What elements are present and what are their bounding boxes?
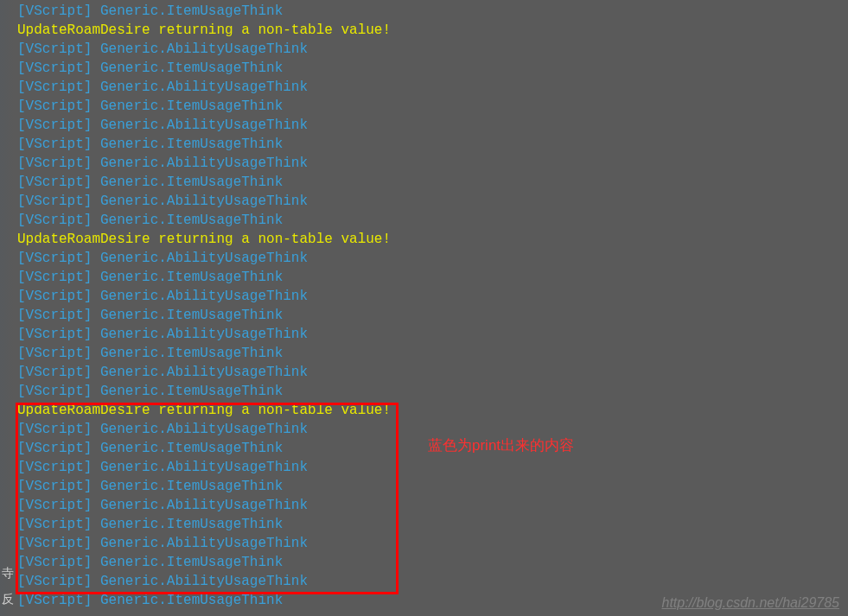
vscript-tag: [VScript] [17,382,100,401]
vscript-message: Generic.ItemUsageThink [100,2,283,21]
vscript-tag: [VScript] [17,344,100,363]
vscript-tag: [VScript] [17,287,100,306]
log-vscript-line: [VScript] Generic.ItemUsageThink [17,211,848,230]
vscript-tag: [VScript] [17,173,100,192]
vscript-message: Generic.ItemUsageThink [100,306,283,325]
log-vscript-line: [VScript] Generic.ItemUsageThink [17,382,848,401]
vscript-tag: [VScript] [17,515,100,534]
vscript-message: Generic.ItemUsageThink [100,268,283,287]
vscript-message: Generic.AbilityUsageThink [100,496,308,515]
log-vscript-line: [VScript] Generic.AbilityUsageThink [17,496,848,515]
vscript-tag: [VScript] [17,363,100,382]
vscript-tag: [VScript] [17,97,100,116]
vscript-tag: [VScript] [17,477,100,496]
log-vscript-line: [VScript] Generic.AbilityUsageThink [17,40,848,59]
vscript-message: Generic.ItemUsageThink [100,515,283,534]
left-edge-gradient [0,0,14,616]
log-vscript-line: [VScript] Generic.ItemUsageThink [17,477,848,496]
vscript-message: Generic.ItemUsageThink [100,135,283,154]
edge-hint-char-1: 寺 [2,566,14,581]
console-output: [VScript] Generic.ItemUsageThinkUpdateRo… [0,0,848,610]
vscript-tag: [VScript] [17,496,100,515]
log-vscript-line: [VScript] Generic.ItemUsageThink [17,173,848,192]
vscript-tag: [VScript] [17,40,100,59]
vscript-tag: [VScript] [17,458,100,477]
log-warning-line: UpdateRoamDesire returning a non-table v… [17,230,848,249]
log-vscript-line: [VScript] Generic.ItemUsageThink [17,97,848,116]
log-vscript-line: [VScript] Generic.AbilityUsageThink [17,78,848,97]
log-warning-line: UpdateRoamDesire returning a non-table v… [17,21,848,40]
vscript-message: Generic.AbilityUsageThink [100,325,308,344]
log-vscript-line: [VScript] Generic.ItemUsageThink [17,553,848,572]
vscript-message: Generic.AbilityUsageThink [100,287,308,306]
vscript-tag: [VScript] [17,325,100,344]
vscript-tag: [VScript] [17,2,100,21]
log-vscript-line: [VScript] Generic.AbilityUsageThink [17,363,848,382]
vscript-tag: [VScript] [17,249,100,268]
annotation-text: 蓝色为print出来的内容 [428,435,574,455]
log-vscript-line: [VScript] Generic.ItemUsageThink [17,268,848,287]
vscript-tag: [VScript] [17,420,100,439]
vscript-tag: [VScript] [17,59,100,78]
vscript-tag: [VScript] [17,211,100,230]
watermark-text: http://blog.csdn.net/hai29785 [662,595,840,611]
log-vscript-line: [VScript] Generic.ItemUsageThink [17,59,848,78]
log-vscript-line: [VScript] Generic.ItemUsageThink [17,306,848,325]
vscript-tag: [VScript] [17,135,100,154]
vscript-message: Generic.ItemUsageThink [100,344,283,363]
edge-hint-char-2: 反 [2,592,14,607]
vscript-tag: [VScript] [17,154,100,173]
log-vscript-line: [VScript] Generic.ItemUsageThink [17,2,848,21]
vscript-tag: [VScript] [17,439,100,458]
log-vscript-line: [VScript] Generic.AbilityUsageThink [17,116,848,135]
vscript-message: Generic.ItemUsageThink [100,97,283,116]
vscript-tag: [VScript] [17,572,100,591]
vscript-message: Generic.AbilityUsageThink [100,534,308,553]
vscript-message: Generic.ItemUsageThink [100,477,283,496]
vscript-message: Generic.ItemUsageThink [100,382,283,401]
log-vscript-line: [VScript] Generic.ItemUsageThink [17,135,848,154]
vscript-message: Generic.AbilityUsageThink [100,154,308,173]
vscript-message: Generic.AbilityUsageThink [100,420,308,439]
vscript-tag: [VScript] [17,306,100,325]
vscript-message: Generic.AbilityUsageThink [100,78,308,97]
log-vscript-line: [VScript] Generic.AbilityUsageThink [17,287,848,306]
vscript-tag: [VScript] [17,591,100,610]
log-vscript-line: [VScript] Generic.AbilityUsageThink [17,154,848,173]
log-vscript-line: [VScript] Generic.AbilityUsageThink [17,534,848,553]
log-vscript-line: [VScript] Generic.AbilityUsageThink [17,249,848,268]
vscript-message: Generic.AbilityUsageThink [100,116,308,135]
vscript-message: Generic.AbilityUsageThink [100,363,308,382]
log-vscript-line: [VScript] Generic.AbilityUsageThink [17,192,848,211]
vscript-message: Generic.AbilityUsageThink [100,249,308,268]
log-vscript-line: [VScript] Generic.ItemUsageThink [17,344,848,363]
vscript-message: Generic.ItemUsageThink [100,439,283,458]
vscript-message: Generic.ItemUsageThink [100,211,283,230]
vscript-message: Generic.ItemUsageThink [100,553,283,572]
log-vscript-line: [VScript] Generic.AbilityUsageThink [17,458,848,477]
log-vscript-line: [VScript] Generic.AbilityUsageThink [17,572,848,591]
vscript-tag: [VScript] [17,553,100,572]
vscript-message: Generic.AbilityUsageThink [100,458,308,477]
log-vscript-line: [VScript] Generic.ItemUsageThink [17,515,848,534]
vscript-message: Generic.AbilityUsageThink [100,40,308,59]
vscript-tag: [VScript] [17,534,100,553]
vscript-message: Generic.ItemUsageThink [100,173,283,192]
vscript-tag: [VScript] [17,116,100,135]
vscript-message: Generic.ItemUsageThink [100,59,283,78]
vscript-tag: [VScript] [17,268,100,287]
log-vscript-line: [VScript] Generic.AbilityUsageThink [17,325,848,344]
vscript-message: Generic.AbilityUsageThink [100,192,308,211]
vscript-tag: [VScript] [17,192,100,211]
vscript-tag: [VScript] [17,78,100,97]
log-warning-line: UpdateRoamDesire returning a non-table v… [17,401,848,420]
vscript-message: Generic.ItemUsageThink [100,591,283,610]
vscript-message: Generic.AbilityUsageThink [100,572,308,591]
